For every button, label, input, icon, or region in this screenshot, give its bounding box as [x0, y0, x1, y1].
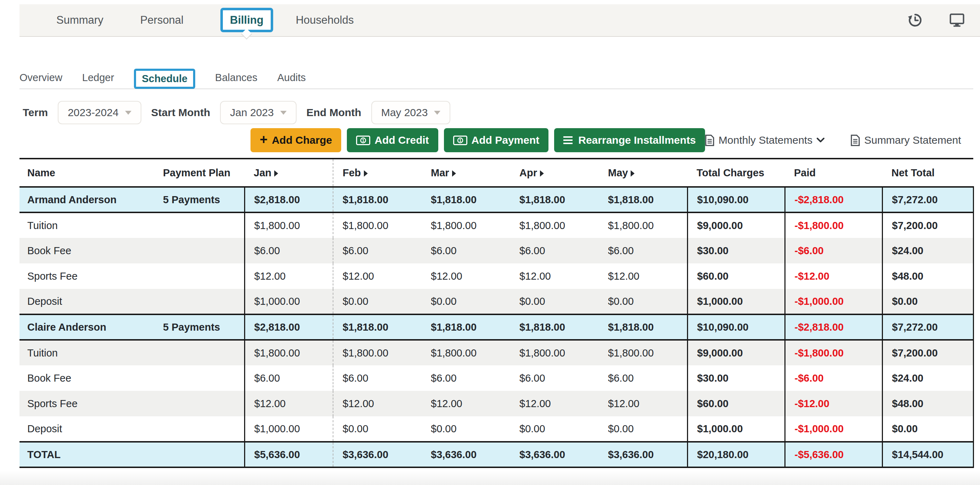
column-header-jan[interactable]: Jan — [245, 158, 333, 187]
row-name: Tuition — [19, 212, 138, 238]
subtab-ledger[interactable]: Ledger — [82, 72, 114, 84]
term-select[interactable]: 2023-2024 — [58, 101, 141, 124]
payment-plan — [138, 442, 245, 467]
tab-billing-wrap: Billing — [220, 14, 273, 27]
month-amount-feb: $0.00 — [333, 416, 422, 442]
list-lines-icon — [563, 136, 574, 144]
total-charges: $20,180.00 — [687, 442, 785, 467]
net-total: $24.00 — [882, 365, 973, 391]
history-icon[interactable] — [908, 13, 923, 28]
column-header-may[interactable]: May — [599, 158, 687, 187]
term-label: Term — [23, 106, 48, 119]
month-amount-jan: $6.00 — [245, 365, 333, 391]
row-name: Sports Fee — [19, 263, 138, 289]
svg-text:1: 1 — [459, 138, 461, 143]
month-amount-mar: $12.00 — [422, 263, 510, 289]
paid-amount: -$5,636.00 — [785, 442, 882, 467]
summary-statement-label: Summary Statement — [864, 134, 961, 146]
month-amount-apr: $12.00 — [510, 263, 599, 289]
month-amount-feb: $6.00 — [333, 365, 422, 391]
dropdown-caret-icon — [434, 111, 441, 115]
add-credit-button[interactable]: 1 Add Credit — [347, 128, 438, 152]
top-navbar: Summary Personal Billing Households — [19, 4, 980, 37]
start-month-value: Jan 2023 — [230, 106, 274, 119]
payment-plan — [138, 416, 245, 442]
month-caret-icon[interactable] — [274, 170, 278, 177]
month-amount-may: $0.00 — [599, 289, 687, 314]
total-charges: $10,090.00 — [687, 187, 785, 212]
item-row: Deposit$1,000.00$0.00$0.00$0.00$0.00$1,0… — [19, 416, 973, 442]
document-icon — [851, 135, 860, 146]
month-amount-jan: $1,800.00 — [245, 212, 333, 238]
month-amount-apr: $3,636.00 — [510, 442, 599, 467]
monthly-statements-menu[interactable]: Monthly Statements — [705, 134, 824, 146]
tab-personal[interactable]: Personal — [140, 14, 183, 27]
month-amount-apr: $1,818.00 — [510, 314, 599, 340]
subtab-overview[interactable]: Overview — [19, 72, 62, 84]
month-amount-may: $1,818.00 — [599, 314, 687, 340]
month-amount-mar: $1,800.00 — [422, 340, 510, 365]
row-name: Book Fee — [19, 365, 138, 391]
subtab-audits[interactable]: Audits — [277, 72, 306, 84]
net-total: $24.00 — [882, 238, 973, 263]
paid-amount: -$1,800.00 — [785, 340, 882, 365]
column-label: Jan — [254, 167, 271, 178]
column-header-payment-plan: Payment Plan — [138, 158, 245, 187]
column-header-name: Name — [19, 158, 138, 187]
net-total: $7,272.00 — [882, 187, 973, 212]
add-charge-label: Add Charge — [272, 134, 332, 146]
table-header-row: NamePayment PlanJanFebMarAprMayTotal Cha… — [19, 158, 973, 187]
month-amount-mar: $6.00 — [422, 365, 510, 391]
month-amount-may: $12.00 — [599, 391, 687, 416]
net-total: $48.00 — [882, 263, 973, 289]
month-amount-jan: $1,000.00 — [245, 289, 333, 314]
month-amount-mar: $12.00 — [422, 391, 510, 416]
tab-summary[interactable]: Summary — [56, 14, 103, 27]
month-amount-may: $1,800.00 — [599, 340, 687, 365]
month-caret-icon[interactable] — [452, 170, 456, 177]
start-month-select[interactable]: Jan 2023 — [220, 101, 296, 124]
subtab-balances[interactable]: Balances — [215, 72, 257, 84]
column-header-mar[interactable]: Mar — [422, 158, 510, 187]
summary-statement-link[interactable]: Summary Statement — [851, 134, 961, 146]
start-month-label: Start Month — [151, 106, 210, 119]
person-row: Claire Anderson5 Payments$2,818.00$1,818… — [19, 314, 973, 340]
column-header-apr[interactable]: Apr — [510, 158, 599, 187]
total-row: TOTAL$5,636.00$3,636.00$3,636.00$3,636.0… — [19, 442, 973, 467]
month-amount-jan: $1,800.00 — [245, 340, 333, 365]
month-amount-may: $12.00 — [599, 263, 687, 289]
payment-plan — [138, 391, 245, 416]
page-bottom-fade — [0, 470, 980, 485]
statement-links: Monthly Statements Summary Statement Sen… — [705, 134, 980, 146]
add-payment-button[interactable]: 1 Add Payment — [444, 128, 549, 152]
rearrange-installments-button[interactable]: Rearrange Installments — [554, 128, 705, 152]
item-row: Tuition$1,800.00$1,800.00$1,800.00$1,800… — [19, 340, 973, 365]
billing-schedule-table: NamePayment PlanJanFebMarAprMayTotal Cha… — [19, 158, 974, 468]
month-caret-icon[interactable] — [540, 170, 544, 177]
paid-amount: -$12.00 — [785, 391, 882, 416]
end-month-select[interactable]: May 2023 — [371, 101, 451, 124]
total-charges: $30.00 — [687, 238, 785, 263]
add-charge-button[interactable]: + Add Charge — [250, 128, 341, 152]
row-name: Claire Anderson — [19, 314, 138, 340]
column-label: May — [608, 167, 628, 178]
month-amount-apr: $1,800.00 — [510, 212, 599, 238]
monitor-icon[interactable] — [950, 13, 964, 28]
subtab-schedule[interactable]: Schedule — [134, 69, 195, 89]
tab-households[interactable]: Households — [296, 14, 354, 27]
dropdown-caret-icon — [280, 111, 286, 115]
month-amount-apr: $1,800.00 — [510, 340, 599, 365]
add-payment-label: Add Payment — [472, 134, 539, 146]
item-row: Sports Fee$12.00$12.00$12.00$12.00$12.00… — [19, 263, 973, 289]
month-caret-icon[interactable] — [364, 170, 368, 177]
column-header-feb[interactable]: Feb — [333, 158, 422, 187]
chevron-down-icon — [817, 138, 824, 143]
payment-plan — [138, 365, 245, 391]
month-amount-feb: $1,818.00 — [333, 314, 422, 340]
month-amount-jan: $12.00 — [245, 263, 333, 289]
paid-amount: -$6.00 — [785, 238, 882, 263]
total-charges: $30.00 — [687, 365, 785, 391]
net-total: $14,544.00 — [882, 442, 973, 467]
month-caret-icon[interactable] — [631, 170, 635, 177]
end-month-label: End Month — [307, 106, 361, 119]
